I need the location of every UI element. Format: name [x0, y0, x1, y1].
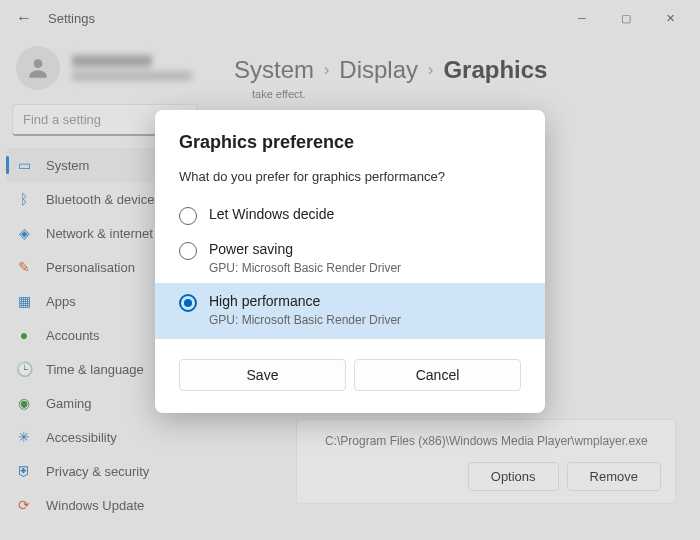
option-sublabel: GPU: Microsoft Basic Render Driver — [209, 313, 401, 327]
modal-overlay: Graphics preference What do you prefer f… — [0, 0, 700, 540]
option-sublabel: GPU: Microsoft Basic Render Driver — [209, 261, 401, 275]
cancel-button[interactable]: Cancel — [354, 359, 521, 391]
option-label: Power saving — [209, 241, 401, 257]
radio-icon — [179, 242, 197, 260]
option-label: High performance — [209, 293, 401, 309]
option-high-performance[interactable]: High performance GPU: Microsoft Basic Re… — [155, 283, 545, 339]
dialog-title: Graphics preference — [179, 132, 521, 153]
save-button[interactable]: Save — [179, 359, 346, 391]
radio-icon — [179, 207, 197, 225]
option-let-windows-decide[interactable]: Let Windows decide — [155, 198, 545, 233]
graphics-preference-dialog: Graphics preference What do you prefer f… — [155, 110, 545, 413]
option-label: Let Windows decide — [209, 206, 334, 222]
radio-icon — [179, 294, 197, 312]
option-power-saving[interactable]: Power saving GPU: Microsoft Basic Render… — [155, 233, 545, 283]
dialog-question: What do you prefer for graphics performa… — [179, 169, 521, 184]
